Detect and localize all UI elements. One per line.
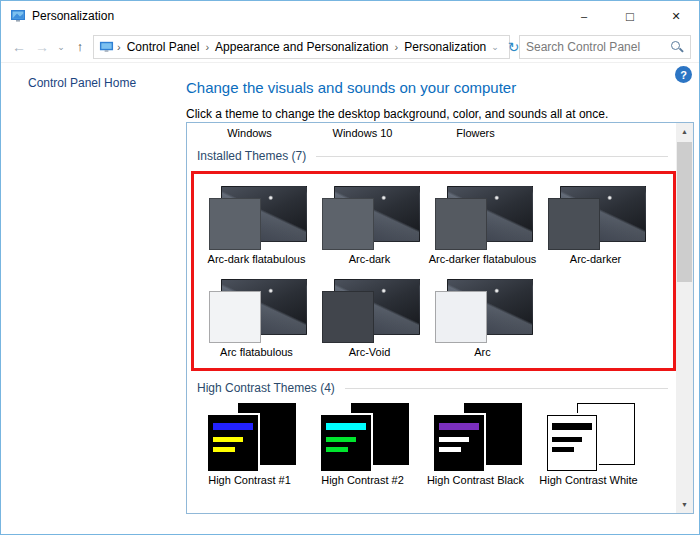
maximize-button-icon[interactable]: □ xyxy=(607,1,653,31)
hc-window-preview xyxy=(208,415,258,471)
hc-window-preview xyxy=(434,415,484,471)
theme-label: Arc-darker flatabulous xyxy=(426,253,539,265)
theme-item-arc-flatabulous[interactable]: Arc flatabulous xyxy=(200,279,313,358)
theme-item-high-contrast-black[interactable]: High Contrast Black xyxy=(419,403,532,486)
theme-label: Arc-dark flatabulous xyxy=(200,253,313,265)
hc-titlebar-swatch xyxy=(326,423,366,430)
theme-thumbnail xyxy=(320,186,420,250)
sidebar-item-control-panel-home[interactable]: Control Panel Home xyxy=(28,76,186,90)
theme-item-arc-void[interactable]: Arc-Void xyxy=(313,279,426,358)
window-color-square xyxy=(548,198,600,250)
installed-themes-row-1: Arc-dark flatabulous Arc-dark xyxy=(194,186,673,265)
hc-text-swatch xyxy=(552,447,574,452)
theme-thumbnail xyxy=(198,403,302,471)
theme-item-high-contrast-2[interactable]: High Contrast #2 xyxy=(306,403,419,486)
high-contrast-themes-row: High Contrast #1 High xyxy=(187,403,676,486)
theme-thumbnail xyxy=(207,186,307,250)
scroll-down-icon[interactable]: ▼ xyxy=(676,496,693,513)
theme-label: Arc-Void xyxy=(313,346,426,358)
theme-thumbnail xyxy=(433,279,533,343)
theme-label: High Contrast Black xyxy=(419,474,532,486)
navigation-bar: ← → ⌄ ↑ › Control Panel › Appearance and… xyxy=(1,31,699,63)
hc-text-swatch xyxy=(326,447,348,452)
theme-label[interactable]: Windows xyxy=(193,127,306,139)
search-box xyxy=(519,35,691,59)
address-dropdown-icon[interactable]: ⌄ xyxy=(491,42,499,52)
theme-item-arc-darker-flatabulous[interactable]: Arc-darker flatabulous xyxy=(426,186,539,265)
hc-text-swatch xyxy=(326,437,356,442)
theme-item-high-contrast-white[interactable]: High Contrast White xyxy=(532,403,645,486)
search-icon[interactable] xyxy=(670,40,684,54)
theme-label[interactable]: Flowers xyxy=(419,127,532,139)
breadcrumb-personalization[interactable]: Personalization xyxy=(399,40,491,54)
theme-thumbnail xyxy=(424,403,528,471)
window-color-square xyxy=(209,198,261,250)
hc-text-swatch xyxy=(552,437,582,442)
high-contrast-themes-header: High Contrast Themes (4) xyxy=(197,381,668,395)
window-color-square xyxy=(209,291,261,343)
theme-label[interactable]: Windows 10 xyxy=(306,127,419,139)
theme-thumbnail xyxy=(320,279,420,343)
search-input[interactable] xyxy=(526,40,670,54)
back-button-icon[interactable]: ← xyxy=(9,36,29,58)
control-panel-icon xyxy=(99,39,114,54)
hc-text-swatch xyxy=(439,437,469,442)
hc-window-preview xyxy=(547,415,597,471)
theme-label: Arc xyxy=(426,346,539,358)
history-dropdown-icon[interactable]: ⌄ xyxy=(55,36,67,58)
highlight-box: Arc-dark flatabulous Arc-dark xyxy=(191,171,676,371)
sidebar: Control Panel Home xyxy=(1,64,186,534)
minimize-button-icon[interactable]: – xyxy=(561,1,607,31)
vertical-scrollbar[interactable]: ▲ ▼ xyxy=(676,123,693,513)
hc-text-swatch xyxy=(439,447,461,452)
theme-thumbnail xyxy=(207,279,307,343)
themes-list-viewport: Windows Windows 10 Flowers Installed The… xyxy=(187,123,676,513)
content-area: ? Control Panel Home Change the visuals … xyxy=(1,64,699,534)
installed-themes-row-2: Arc flatabulous Arc-Void xyxy=(194,279,673,358)
theme-label: High Contrast #1 xyxy=(193,474,306,486)
high-contrast-themes-header-label: High Contrast Themes (4) xyxy=(197,381,335,395)
scroll-up-icon[interactable]: ▲ xyxy=(676,123,693,140)
theme-item-arc-darker[interactable]: Arc-darker xyxy=(539,186,652,265)
theme-label: High Contrast White xyxy=(532,474,645,486)
window-color-square xyxy=(322,291,374,343)
page-title: Change the visuals and sounds on your co… xyxy=(186,79,699,96)
installed-themes-header-label: Installed Themes (7) xyxy=(197,149,306,163)
group-header-divider xyxy=(345,388,668,389)
theme-item-arc[interactable]: Arc xyxy=(426,279,539,358)
breadcrumb-control-panel[interactable]: Control Panel xyxy=(122,40,205,54)
personalization-app-icon xyxy=(10,8,26,24)
window-color-square xyxy=(435,198,487,250)
refresh-icon[interactable]: ↻ xyxy=(508,39,520,55)
scrollbar-thumb[interactable] xyxy=(677,142,692,282)
themes-list: Windows Windows 10 Flowers Installed The… xyxy=(186,122,694,514)
close-button-icon[interactable]: ✕ xyxy=(653,1,699,31)
address-bar[interactable]: › Control Panel › Appearance and Persona… xyxy=(93,35,510,59)
theme-label: High Contrast #2 xyxy=(306,474,419,486)
window-color-square xyxy=(435,291,487,343)
installed-themes-header: Installed Themes (7) xyxy=(197,149,668,163)
theme-thumbnail xyxy=(546,186,646,250)
theme-item-arc-dark-flatabulous[interactable]: Arc-dark flatabulous xyxy=(200,186,313,265)
window-color-square xyxy=(322,198,374,250)
hc-titlebar-swatch xyxy=(439,423,479,430)
address-bar-tail: ⌄ ↻ xyxy=(491,39,521,55)
hc-text-swatch xyxy=(213,447,235,452)
breadcrumb-appearance-personalization[interactable]: Appearance and Personalization xyxy=(210,40,393,54)
theme-thumbnail xyxy=(311,403,415,471)
partial-theme-labels-row: Windows Windows 10 Flowers xyxy=(187,127,676,139)
window-title: Personalization xyxy=(32,9,114,23)
theme-thumbnail xyxy=(433,186,533,250)
theme-label: Arc-darker xyxy=(539,253,652,265)
hc-window-preview xyxy=(321,415,371,471)
titlebar: Personalization – □ ✕ xyxy=(1,1,699,31)
group-header-divider xyxy=(316,156,668,157)
forward-button-icon[interactable]: → xyxy=(32,36,52,58)
personalization-window: Personalization – □ ✕ ← → ⌄ ↑ › Control … xyxy=(0,0,700,535)
hc-text-swatch xyxy=(213,437,243,442)
theme-item-arc-dark[interactable]: Arc-dark xyxy=(313,186,426,265)
hc-titlebar-swatch xyxy=(213,423,253,430)
up-button-icon[interactable]: ↑ xyxy=(70,36,90,58)
theme-item-high-contrast-1[interactable]: High Contrast #1 xyxy=(193,403,306,486)
theme-label: Arc flatabulous xyxy=(200,346,313,358)
